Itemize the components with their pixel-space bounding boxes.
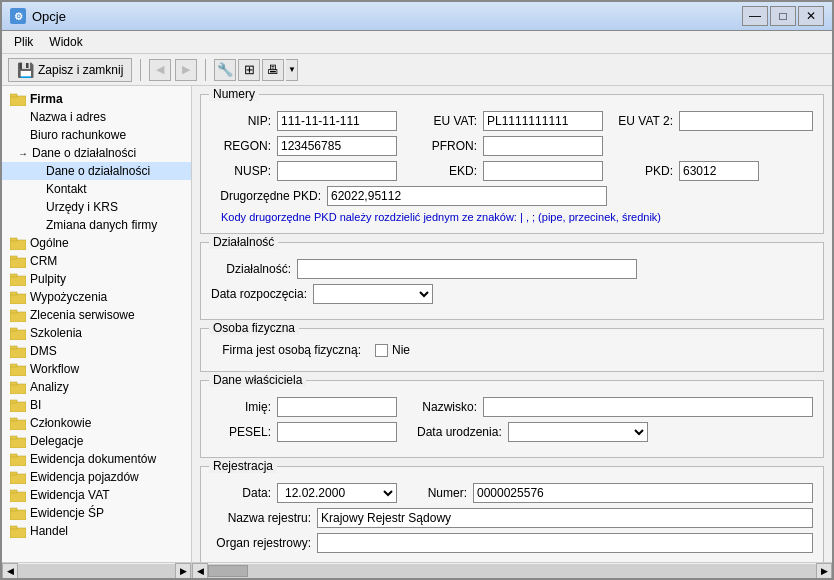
sidebar-item-ogolne[interactable]: Ogólne [2,234,191,252]
print-icon[interactable]: 🖶 [262,59,284,81]
nazwa-rejestru-input[interactable] [317,508,813,528]
sidebar-scroll-track[interactable] [18,564,175,578]
nip-label: NIP: [211,114,271,128]
numery-row3: NUSP: EKD: PKD: [211,161,813,181]
maximize-button[interactable]: □ [770,6,796,26]
svg-rect-0 [10,96,26,106]
save-icon: 💾 [17,62,34,78]
numer-label: Numer: [407,486,467,500]
sidebar-item-kontakt[interactable]: Kontakt [2,180,191,198]
content-scroll-thumb[interactable] [208,565,248,577]
sidebar-item-szkolenia[interactable]: Szkolenia [2,324,191,342]
sidebar-item-zmiana[interactable]: Zmiana danych firmy [2,216,191,234]
content-panel: Numery NIP: EU VAT: EU VAT 2: REGON: [192,86,832,578]
organ-rejestrowy-input[interactable] [317,533,813,553]
folder-icon-workflow [10,363,26,376]
content-area: Numery NIP: EU VAT: EU VAT 2: REGON: [192,86,832,562]
svg-rect-22 [10,420,26,430]
main-window: ⚙ Opcje — □ ✕ Plik Widok 💾 Zapisz i zamk… [0,0,834,580]
sidebar-item-dms[interactable]: DMS [2,342,191,360]
close-button[interactable]: ✕ [798,6,824,26]
nip-input[interactable] [277,111,397,131]
sidebar-item-czlonkowie[interactable]: Członkowie [2,414,191,432]
rejestracja-row3: Organ rejestrowy: [211,533,813,553]
sidebar-item-ewidencja-pojazdow[interactable]: Ewidencja pojazdów [2,468,191,486]
data-rozpoczecia-label: Data rozpoczęcia: [211,287,307,301]
menu-widok[interactable]: Widok [41,33,90,51]
menu-plik[interactable]: Plik [6,33,41,51]
svg-rect-14 [10,348,26,358]
eu-vat2-input[interactable] [679,111,813,131]
dzialalnosc-input[interactable] [297,259,637,279]
sidebar-biuro-label: Biuro rachunkowe [30,128,126,142]
rejestracja-data-select[interactable]: 12.02.2000 [277,483,397,503]
nazwisko-input[interactable] [483,397,813,417]
svg-rect-30 [10,492,26,502]
svg-rect-18 [10,384,26,394]
content-scroll-left[interactable]: ◀ [192,563,208,579]
section-numery: Numery NIP: EU VAT: EU VAT 2: REGON: [200,94,824,234]
rejestracja-row2: Nazwa rejestru: [211,508,813,528]
pkd-info-text: Kody drugorzędne PKD należy rozdzielić j… [221,211,813,223]
regon-input[interactable] [277,136,397,156]
pfron-input[interactable] [483,136,603,156]
save-close-button[interactable]: 💾 Zapisz i zamknij [8,58,132,82]
sidebar-item-urzedy[interactable]: Urzędy i KRS [2,198,191,216]
title-controls: — □ ✕ [742,6,824,26]
svg-rect-5 [10,256,17,259]
pesel-input[interactable] [277,422,397,442]
sidebar-item-handel[interactable]: Handel [2,522,191,540]
sidebar-item-dane-dzialalnosci[interactable]: Dane o działalności [2,162,191,180]
grid-icon[interactable]: ⊞ [238,59,260,81]
sidebar-item-ewidencje-sp[interactable]: Ewidencje ŚP [2,504,191,522]
sidebar-scroll-left[interactable]: ◀ [2,563,18,579]
sidebar-scroll-right[interactable]: ▶ [175,563,191,579]
sidebar: Firma Nazwa i adres Biuro rachunkowe → D… [2,86,192,562]
section-dzialalnosc-title: Działalność [209,235,278,249]
folder-icon-czlonkowie [10,417,26,430]
sidebar-item-nazwa-adres[interactable]: Nazwa i adres [2,108,191,126]
imie-input[interactable] [277,397,397,417]
back-button[interactable]: ◀ [149,59,171,81]
dzialalnosc-row2: Data rozpoczęcia: [211,284,813,304]
app-icon: ⚙ [10,8,26,24]
eu-vat-input[interactable] [483,111,603,131]
drugorzedne-pkd-label: Drugorzędne PKD: [211,189,321,203]
osoba-fizyczna-checkbox[interactable] [375,344,388,357]
svg-rect-26 [10,456,26,466]
wrench-icon[interactable]: 🔧 [214,59,236,81]
nusp-input[interactable] [277,161,397,181]
sidebar-item-bi[interactable]: BI [2,396,191,414]
folder-icon-wypozyczenia [10,291,26,304]
forward-button[interactable]: ▶ [175,59,197,81]
sidebar-item-wypozyczenia[interactable]: Wypożyczenia [2,288,191,306]
sidebar-item-dane-arrow[interactable]: → Dane o działalności [2,144,191,162]
svg-rect-20 [10,402,26,412]
sidebar-item-pulpity[interactable]: Pulpity [2,270,191,288]
svg-rect-28 [10,474,26,484]
sidebar-item-crm[interactable]: CRM [2,252,191,270]
data-urodzenia-select[interactable] [508,422,648,442]
dropdown-arrow[interactable]: ▼ [286,59,298,81]
sidebar-item-firma[interactable]: Firma [2,90,191,108]
folder-icon-ewidencja-poj [10,471,26,484]
ekd-input[interactable] [483,161,603,181]
sidebar-item-ewidencja-vat[interactable]: Ewidencja VAT [2,486,191,504]
numer-input[interactable] [473,483,813,503]
data-rozpoczecia-select[interactable] [313,284,433,304]
sidebar-item-biuro[interactable]: Biuro rachunkowe [2,126,191,144]
sidebar-item-delegacje[interactable]: Delegacje [2,432,191,450]
sidebar-item-zlecenia[interactable]: Zlecenia serwisowe [2,306,191,324]
sidebar-item-analizy[interactable]: Analizy [2,378,191,396]
sidebar-item-workflow[interactable]: Workflow [2,360,191,378]
rejestracja-data-label: Data: [211,486,271,500]
drugorzedne-pkd-input[interactable] [327,186,607,206]
minimize-button[interactable]: — [742,6,768,26]
pkd-input[interactable] [679,161,759,181]
content-scroll-track[interactable] [208,564,816,578]
folder-icon-ewidencja-vat [10,489,26,502]
sidebar-ewidencje-sp-label: Ewidencje ŚP [30,506,104,520]
sidebar-item-ewidencja-dokumentow[interactable]: Ewidencja dokumentów [2,450,191,468]
content-scroll-right[interactable]: ▶ [816,563,832,579]
section-dzialalnosc: Działalność Działalność: Data rozpoczęci… [200,242,824,320]
